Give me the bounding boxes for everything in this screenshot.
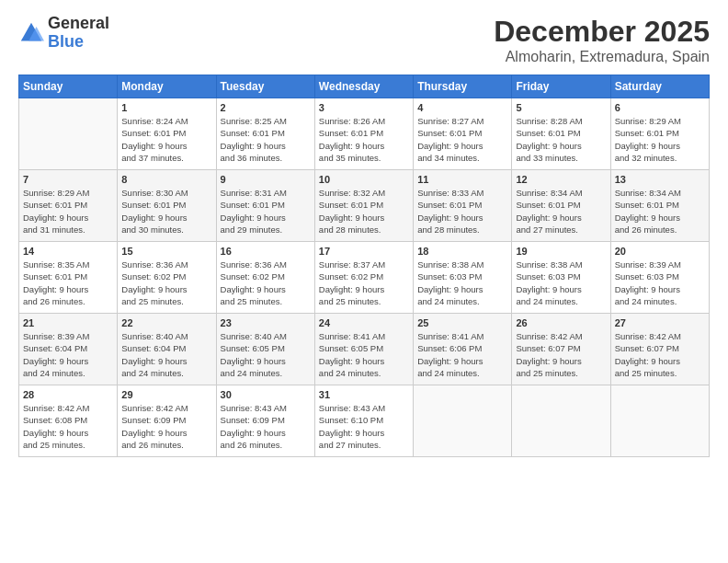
day-number: 26 [516, 317, 606, 328]
day-number: 11 [417, 174, 507, 185]
day-info: Sunrise: 8:33 AM Sunset: 6:01 PM Dayligh… [417, 187, 507, 236]
day-number: 12 [516, 174, 606, 185]
day-number: 25 [417, 317, 507, 328]
table-row: 1Sunrise: 8:24 AM Sunset: 6:01 PM Daylig… [19, 98, 710, 170]
table-cell: 6Sunrise: 8:29 AM Sunset: 6:01 PM Daylig… [610, 98, 709, 170]
day-info: Sunrise: 8:34 AM Sunset: 6:01 PM Dayligh… [516, 187, 606, 236]
table-cell: 25Sunrise: 8:41 AM Sunset: 6:06 PM Dayli… [414, 314, 512, 385]
day-number: 5 [516, 102, 606, 113]
table-row: 21Sunrise: 8:39 AM Sunset: 6:04 PM Dayli… [19, 314, 710, 385]
day-info: Sunrise: 8:40 AM Sunset: 6:05 PM Dayligh… [221, 330, 311, 379]
logo-general: General [48, 15, 109, 33]
day-number: 17 [319, 246, 409, 257]
day-info: Sunrise: 8:37 AM Sunset: 6:02 PM Dayligh… [319, 259, 409, 307]
day-number: 28 [23, 389, 113, 400]
day-info: Sunrise: 8:41 AM Sunset: 6:05 PM Dayligh… [319, 330, 409, 379]
table-cell: 11Sunrise: 8:33 AM Sunset: 6:01 PM Dayli… [414, 170, 512, 242]
day-number: 8 [121, 174, 211, 185]
table-cell: 27Sunrise: 8:42 AM Sunset: 6:07 PM Dayli… [610, 314, 709, 385]
table-cell: 2Sunrise: 8:25 AM Sunset: 6:01 PM Daylig… [216, 98, 314, 170]
day-info: Sunrise: 8:42 AM Sunset: 6:07 PM Dayligh… [516, 330, 606, 379]
table-cell: 21Sunrise: 8:39 AM Sunset: 6:04 PM Dayli… [19, 314, 118, 385]
header-tuesday: Tuesday [216, 75, 314, 98]
day-info: Sunrise: 8:28 AM Sunset: 6:01 PM Dayligh… [516, 115, 606, 164]
header-friday: Friday [512, 75, 610, 98]
table-cell: 29Sunrise: 8:42 AM Sunset: 6:09 PM Dayli… [118, 385, 216, 457]
day-info: Sunrise: 8:26 AM Sunset: 6:01 PM Dayligh… [319, 115, 409, 164]
day-number: 23 [221, 317, 311, 328]
table-row: 14Sunrise: 8:35 AM Sunset: 6:01 PM Dayli… [19, 242, 710, 314]
table-cell: 5Sunrise: 8:28 AM Sunset: 6:01 PM Daylig… [512, 98, 610, 170]
day-info: Sunrise: 8:29 AM Sunset: 6:01 PM Dayligh… [23, 187, 113, 236]
day-info: Sunrise: 8:32 AM Sunset: 6:01 PM Dayligh… [319, 187, 409, 236]
day-info: Sunrise: 8:40 AM Sunset: 6:04 PM Dayligh… [121, 330, 211, 379]
day-number: 15 [121, 246, 211, 257]
day-info: Sunrise: 8:30 AM Sunset: 6:01 PM Dayligh… [121, 187, 211, 236]
table-cell: 1Sunrise: 8:24 AM Sunset: 6:01 PM Daylig… [118, 98, 216, 170]
logo-icon [18, 20, 44, 46]
table-cell: 14Sunrise: 8:35 AM Sunset: 6:01 PM Dayli… [19, 242, 118, 314]
table-row: 7Sunrise: 8:29 AM Sunset: 6:01 PM Daylig… [19, 170, 710, 242]
table-cell: 19Sunrise: 8:38 AM Sunset: 6:03 PM Dayli… [512, 242, 610, 314]
day-number: 27 [615, 317, 705, 328]
day-info: Sunrise: 8:36 AM Sunset: 6:02 PM Dayligh… [221, 259, 311, 307]
header-row: Sunday Monday Tuesday Wednesday Thursday… [19, 75, 710, 98]
table-cell: 31Sunrise: 8:43 AM Sunset: 6:10 PM Dayli… [314, 385, 413, 457]
day-number: 13 [615, 174, 705, 185]
table-cell: 10Sunrise: 8:32 AM Sunset: 6:01 PM Dayli… [314, 170, 413, 242]
table-cell [414, 385, 512, 457]
day-info: Sunrise: 8:42 AM Sunset: 6:09 PM Dayligh… [121, 402, 211, 451]
day-number: 3 [319, 102, 409, 113]
table-cell: 22Sunrise: 8:40 AM Sunset: 6:04 PM Dayli… [118, 314, 216, 385]
day-info: Sunrise: 8:34 AM Sunset: 6:01 PM Dayligh… [615, 187, 705, 236]
day-number: 29 [121, 389, 211, 400]
day-number: 24 [319, 317, 409, 328]
day-info: Sunrise: 8:35 AM Sunset: 6:01 PM Dayligh… [23, 259, 113, 307]
day-info: Sunrise: 8:31 AM Sunset: 6:01 PM Dayligh… [221, 187, 311, 236]
logo: General Blue [18, 15, 109, 52]
table-cell: 16Sunrise: 8:36 AM Sunset: 6:02 PM Dayli… [216, 242, 314, 314]
day-number: 22 [121, 317, 211, 328]
table-cell: 4Sunrise: 8:27 AM Sunset: 6:01 PM Daylig… [414, 98, 512, 170]
page: General Blue December 2025 Almoharin, Ex… [0, 0, 728, 563]
day-info: Sunrise: 8:25 AM Sunset: 6:01 PM Dayligh… [221, 115, 311, 164]
header-wednesday: Wednesday [314, 75, 413, 98]
logo-text: General Blue [48, 15, 109, 52]
table-cell: 17Sunrise: 8:37 AM Sunset: 6:02 PM Dayli… [314, 242, 413, 314]
title-block: December 2025 Almoharin, Extremadura, Sp… [494, 15, 710, 65]
calendar-table: Sunday Monday Tuesday Wednesday Thursday… [18, 75, 710, 457]
logo-blue: Blue [48, 33, 109, 52]
table-cell: 26Sunrise: 8:42 AM Sunset: 6:07 PM Dayli… [512, 314, 610, 385]
calendar-subtitle: Almoharin, Extremadura, Spain [494, 49, 710, 65]
day-info: Sunrise: 8:24 AM Sunset: 6:01 PM Dayligh… [121, 115, 211, 164]
table-cell [19, 98, 118, 170]
day-number: 9 [221, 174, 311, 185]
day-number: 21 [23, 317, 113, 328]
day-number: 6 [615, 102, 705, 113]
day-info: Sunrise: 8:43 AM Sunset: 6:10 PM Dayligh… [319, 402, 409, 451]
day-number: 14 [23, 246, 113, 257]
day-info: Sunrise: 8:43 AM Sunset: 6:09 PM Dayligh… [221, 402, 311, 451]
day-number: 1 [121, 102, 211, 113]
day-info: Sunrise: 8:27 AM Sunset: 6:01 PM Dayligh… [417, 115, 507, 164]
calendar-title: December 2025 [494, 15, 710, 49]
day-info: Sunrise: 8:36 AM Sunset: 6:02 PM Dayligh… [121, 259, 211, 307]
table-cell: 20Sunrise: 8:39 AM Sunset: 6:03 PM Dayli… [610, 242, 709, 314]
table-cell: 23Sunrise: 8:40 AM Sunset: 6:05 PM Dayli… [216, 314, 314, 385]
table-cell: 8Sunrise: 8:30 AM Sunset: 6:01 PM Daylig… [118, 170, 216, 242]
day-number: 30 [221, 389, 311, 400]
day-info: Sunrise: 8:29 AM Sunset: 6:01 PM Dayligh… [615, 115, 705, 164]
table-cell: 28Sunrise: 8:42 AM Sunset: 6:08 PM Dayli… [19, 385, 118, 457]
header-monday: Monday [118, 75, 216, 98]
table-cell: 12Sunrise: 8:34 AM Sunset: 6:01 PM Dayli… [512, 170, 610, 242]
table-cell: 9Sunrise: 8:31 AM Sunset: 6:01 PM Daylig… [216, 170, 314, 242]
day-info: Sunrise: 8:39 AM Sunset: 6:04 PM Dayligh… [23, 330, 113, 379]
day-number: 16 [221, 246, 311, 257]
day-info: Sunrise: 8:38 AM Sunset: 6:03 PM Dayligh… [516, 259, 606, 307]
header-thursday: Thursday [414, 75, 512, 98]
day-number: 20 [615, 246, 705, 257]
day-number: 2 [221, 102, 311, 113]
table-cell [512, 385, 610, 457]
table-row: 28Sunrise: 8:42 AM Sunset: 6:08 PM Dayli… [19, 385, 710, 457]
table-cell: 15Sunrise: 8:36 AM Sunset: 6:02 PM Dayli… [118, 242, 216, 314]
